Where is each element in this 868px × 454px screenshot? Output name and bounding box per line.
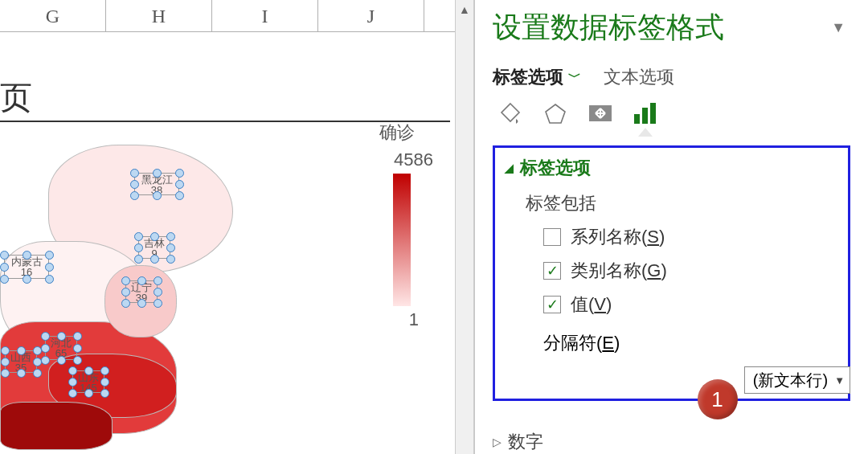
separator-dropdown[interactable]: (新文本行) ▼ <box>744 366 850 394</box>
selection-handle[interactable] <box>175 169 184 178</box>
active-tab-indicator-icon <box>638 128 653 137</box>
selection-handle[interactable] <box>1 346 10 355</box>
scroll-up-icon[interactable]: ▲ <box>456 0 473 19</box>
legend-min: 1 <box>361 309 433 330</box>
selection-handle[interactable] <box>154 288 162 297</box>
selection-handle[interactable] <box>137 299 146 308</box>
selection-handle[interactable] <box>154 299 162 308</box>
selection-handle[interactable] <box>23 251 31 260</box>
selection-handle[interactable] <box>134 232 143 241</box>
chevron-down-icon: ﹀ <box>568 69 581 86</box>
chart-title-fragment: 页 <box>0 76 32 120</box>
pane-title: 设置数据标签格式 <box>493 8 724 47</box>
selection-handle[interactable] <box>166 232 175 241</box>
selection-handle[interactable] <box>33 346 42 355</box>
column-header[interactable]: J <box>318 0 424 32</box>
svg-rect-2 <box>634 114 640 124</box>
separator-value: (新文本行) <box>753 370 828 391</box>
checkbox-series-name[interactable] <box>543 228 561 246</box>
selection-handle[interactable] <box>175 180 184 189</box>
selection-handle[interactable] <box>33 358 42 366</box>
option-series-name[interactable]: 系列名称(S) <box>543 225 838 249</box>
label-options-chart-icon[interactable] <box>631 99 660 128</box>
selection-handle[interactable] <box>68 378 77 387</box>
selection-handle[interactable] <box>33 369 42 378</box>
selection-handle[interactable] <box>84 366 93 375</box>
column-header[interactable]: I <box>212 0 318 32</box>
selection-handle[interactable] <box>0 251 9 260</box>
selection-handle[interactable] <box>154 276 162 285</box>
tab-text-options[interactable]: 文本选项 <box>604 65 674 89</box>
selection-handle[interactable] <box>150 232 159 241</box>
selection-handle[interactable] <box>100 389 109 398</box>
selection-handle[interactable] <box>17 369 26 378</box>
selection-handle[interactable] <box>57 356 66 365</box>
vertical-scrollbar[interactable]: ▲ <box>455 0 474 454</box>
selection-handle[interactable] <box>1 358 10 366</box>
column-header-row: G H I J <box>0 0 481 32</box>
fill-line-icon[interactable] <box>496 99 525 128</box>
selection-handle[interactable] <box>100 366 109 375</box>
svg-rect-3 <box>642 108 648 124</box>
section-number[interactable]: ▷ 数字 <box>493 430 850 454</box>
legend-max: 4586 <box>361 149 433 170</box>
label-contains-heading: 标签包括 <box>526 191 838 215</box>
selection-handle[interactable] <box>130 169 139 178</box>
selection-handle[interactable] <box>134 255 143 264</box>
selection-handle[interactable] <box>1 369 10 378</box>
map-region[interactable] <box>0 402 113 450</box>
checkbox-category-name[interactable] <box>543 262 561 280</box>
selection-handle[interactable] <box>0 263 9 272</box>
selection-handle[interactable] <box>23 275 31 284</box>
selection-handle[interactable] <box>45 251 54 260</box>
selection-handle[interactable] <box>41 332 50 341</box>
legend-gradient <box>393 174 411 306</box>
tab-label-options[interactable]: 标签选项 ﹀ <box>493 65 581 89</box>
selection-handle[interactable] <box>137 276 146 285</box>
selection-handle[interactable] <box>0 275 9 284</box>
selection-handle[interactable] <box>153 191 162 200</box>
selection-handle[interactable] <box>73 332 82 341</box>
selection-handle[interactable] <box>68 366 77 375</box>
effects-icon[interactable] <box>541 99 570 128</box>
selection-handle[interactable] <box>150 255 159 264</box>
size-properties-icon[interactable] <box>586 99 615 128</box>
selection-handle[interactable] <box>84 389 93 398</box>
selection-handle[interactable] <box>57 332 66 341</box>
selection-handle[interactable] <box>134 243 143 252</box>
section-label-options[interactable]: ◢ 标签选项 <box>505 156 838 180</box>
selection-handle[interactable] <box>130 191 139 200</box>
selection-handle[interactable] <box>175 191 184 200</box>
selection-handle[interactable] <box>121 288 130 297</box>
selection-handle[interactable] <box>130 180 139 189</box>
selection-handle[interactable] <box>41 344 50 353</box>
pane-tab-row: 标签选项 ﹀ 文本选项 <box>493 65 868 89</box>
selection-handle[interactable] <box>73 344 82 353</box>
format-data-labels-pane: 设置数据标签格式 ▼ 标签选项 ﹀ 文本选项 ◢ 标签选项 标签包 <box>474 0 868 454</box>
selection-handle[interactable] <box>100 378 109 387</box>
selection-handle[interactable] <box>166 255 175 264</box>
column-header[interactable]: G <box>0 0 106 32</box>
highlighted-options-group: ◢ 标签选项 标签包括 系列名称(S) 类别名称(G) 值(V) <box>493 145 850 401</box>
selection-handle[interactable] <box>153 169 162 178</box>
selection-handle[interactable] <box>17 346 26 355</box>
selection-handle[interactable] <box>45 275 54 284</box>
selection-handle[interactable] <box>45 263 54 272</box>
selection-handle[interactable] <box>41 356 50 365</box>
svg-marker-0 <box>546 104 565 123</box>
pane-options-dropdown-icon[interactable]: ▼ <box>831 19 845 36</box>
checkbox-value[interactable] <box>543 296 561 313</box>
chevron-down-icon: ▼ <box>834 374 845 387</box>
selection-handle[interactable] <box>68 389 77 398</box>
selection-handle[interactable] <box>73 356 82 365</box>
column-header[interactable]: H <box>106 0 212 32</box>
option-category-name[interactable]: 类别名称(G) <box>543 259 838 283</box>
separator-row: 分隔符(E) <box>543 331 838 355</box>
selection-handle[interactable] <box>121 276 130 285</box>
annotation-callout-1: 1 <box>698 379 738 419</box>
option-value[interactable]: 值(V) <box>543 292 838 317</box>
triangle-expanded-icon: ◢ <box>505 162 514 174</box>
selection-handle[interactable] <box>121 299 130 308</box>
map-legend: 确诊 4586 1 <box>361 121 433 330</box>
selection-handle[interactable] <box>166 243 175 252</box>
